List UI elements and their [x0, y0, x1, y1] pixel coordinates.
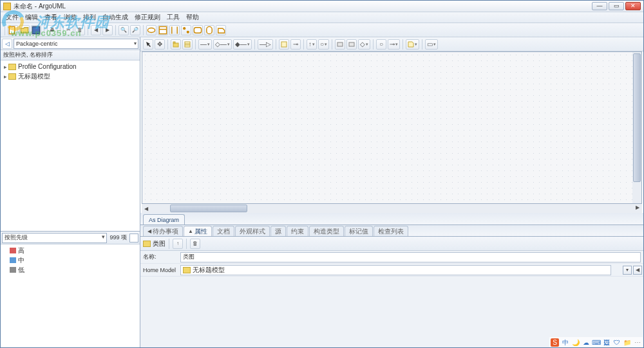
link-tool[interactable]: ⊸ [388, 39, 400, 50]
print-button[interactable]: 🖶 [47, 25, 57, 35]
sequence-diagram-button[interactable] [169, 25, 180, 35]
assoc-tool[interactable]: — [198, 39, 212, 50]
nav-back-icon[interactable]: ◁ [2, 39, 12, 49]
menu-critique[interactable]: 修正规则 [132, 12, 163, 23]
stereo-tool[interactable]: ◇ [358, 39, 370, 50]
svg-rect-3 [159, 26, 166, 33]
home-nav-button[interactable]: ◀ [633, 266, 642, 275]
tab-docs[interactable]: 文档 [213, 226, 234, 236]
todo-flat-button[interactable] [129, 234, 138, 243]
menu-help[interactable]: 帮助 [184, 12, 202, 23]
tab-tagged[interactable]: 标记值 [345, 226, 373, 236]
dep-tool[interactable]: ↑ [307, 39, 317, 50]
menu-browse[interactable]: 浏览 [61, 12, 79, 23]
gen-tool[interactable]: —▷ [258, 39, 273, 50]
element-type: 类图 [143, 239, 166, 248]
attr-tool[interactable]: ○ [318, 39, 329, 50]
delete-element-button[interactable]: 🗑 [190, 239, 200, 249]
name-field[interactable] [180, 252, 641, 262]
deploy-diagram-button[interactable] [216, 25, 226, 35]
todo-tree[interactable]: 高 中 低 [1, 244, 140, 347]
main-toolbar: 🖶 ✂ 🗑 ◀ ▶ 🔍 🔎 [1, 23, 643, 37]
class-diagram-button[interactable] [158, 25, 168, 35]
new-button[interactable] [8, 25, 18, 35]
menu-tools[interactable]: 工具 [164, 12, 182, 23]
tab-constraints[interactable]: 约束 [287, 226, 308, 236]
tab-todo[interactable]: ◀待办事项 [143, 226, 183, 236]
enum-tool[interactable] [346, 39, 357, 50]
detail-tabs: ◀待办事项 ▲属性 文档 外观样式 源 约束 构造类型 标记值 检查列表 [140, 225, 643, 237]
tab-stereotype[interactable]: 构造类型 [309, 226, 344, 236]
diagram-tab[interactable]: As Diagram [143, 214, 185, 224]
system-tray: S 中 🌙 ☁ ⌨ 🖼 🛡 📁 ⋯ [549, 337, 643, 347]
interface-tool[interactable] [279, 39, 289, 50]
comp-tool[interactable]: ◆— [233, 39, 252, 50]
tray-moon-icon[interactable]: 🌙 [571, 338, 580, 347]
close-button[interactable]: ✕ [625, 2, 641, 10]
tray-folder-icon[interactable]: 📁 [623, 338, 631, 347]
realize-tool[interactable]: ⊸ [290, 39, 301, 50]
datatype-tool[interactable] [335, 39, 345, 50]
menu-edit[interactable]: 编辑 [23, 12, 41, 23]
svg-rect-17 [337, 42, 343, 46]
menu-file[interactable]: 文件 [3, 12, 21, 23]
activity-diagram-button[interactable] [204, 25, 214, 35]
new-package-tool[interactable] [171, 39, 181, 50]
vertical-scrollbar[interactable] [632, 52, 641, 203]
rect-tool[interactable]: ▭ [425, 39, 438, 50]
maximize-button[interactable]: ▭ [609, 2, 624, 10]
collab-diagram-button[interactable] [181, 25, 191, 35]
tab-checklist[interactable]: 检查列表 [374, 226, 408, 236]
svg-rect-13 [185, 42, 190, 47]
signal-tool[interactable]: ○ [376, 39, 386, 50]
horizontal-scrollbar[interactable]: ◀ ▶ [142, 204, 642, 213]
tray-more-icon[interactable]: ⋯ [633, 338, 641, 347]
nav-fwd-button[interactable]: ▶ [102, 25, 113, 35]
tab-source[interactable]: 源 [270, 226, 286, 236]
tree-node[interactable]: ▸ 无标题模型 [2, 71, 138, 81]
sort-label[interactable]: 按照种类, 名称排序 [1, 50, 140, 60]
go-up-button[interactable]: ↑ [173, 239, 183, 249]
find-button[interactable]: 🔍 [118, 25, 129, 35]
tray-image-icon[interactable]: 🖼 [602, 338, 611, 347]
diagram-canvas[interactable] [142, 51, 642, 204]
home-combo-drop[interactable]: ▾ [623, 266, 632, 275]
usecase-diagram-button[interactable] [146, 25, 156, 35]
svg-point-8 [187, 30, 189, 33]
priority-low[interactable]: 低 [2, 265, 138, 275]
menu-view[interactable]: 查看 [42, 12, 60, 23]
nav-back-button[interactable]: ◀ [91, 25, 101, 35]
model-tree[interactable]: ▸ Profile Configuration ▸ 无标题模型 [1, 60, 140, 231]
todo-sort-combo[interactable]: 按照先级 [2, 233, 107, 243]
expand-icon[interactable]: ▸ [2, 73, 8, 80]
menu-arrange[interactable]: 排列 [80, 12, 99, 23]
priority-high[interactable]: 高 [2, 246, 138, 255]
aggr-tool[interactable]: ◇— [213, 39, 232, 50]
broom-tool[interactable]: ✥ [155, 39, 165, 50]
tab-style[interactable]: 外观样式 [235, 226, 270, 236]
priority-med[interactable]: 中 [2, 255, 138, 265]
delete-button[interactable]: 🗑 [75, 25, 85, 35]
state-diagram-button[interactable] [193, 25, 203, 35]
tab-properties[interactable]: ▲属性 [184, 226, 212, 236]
priority-high-icon [10, 248, 16, 253]
save-button[interactable] [31, 25, 41, 35]
select-tool[interactable] [143, 39, 153, 50]
comment-tool[interactable] [406, 39, 419, 50]
tray-ime-icon[interactable]: S [551, 338, 559, 347]
minimize-button[interactable]: — [592, 2, 607, 10]
zoom-button[interactable]: 🔎 [130, 25, 140, 35]
expand-icon[interactable]: ▸ [2, 64, 8, 70]
home-model-field[interactable]: 无标题模型 [180, 265, 611, 275]
tray-keyboard-icon[interactable]: ⌨ [592, 338, 600, 347]
cut-button[interactable]: ✂ [63, 25, 73, 35]
perspective-combo[interactable]: Package-centric [14, 39, 138, 49]
tray-lang-icon[interactable]: 中 [561, 338, 569, 347]
open-button[interactable] [19, 25, 30, 35]
menu-autogen[interactable]: 自动生成 [100, 12, 131, 23]
tray-shield-icon[interactable]: 🛡 [612, 338, 621, 347]
tree-node[interactable]: ▸ Profile Configuration [2, 62, 138, 71]
new-class-tool[interactable] [182, 39, 193, 50]
tree-label: 无标题模型 [18, 72, 50, 81]
tray-cloud-icon[interactable]: ☁ [582, 338, 590, 347]
